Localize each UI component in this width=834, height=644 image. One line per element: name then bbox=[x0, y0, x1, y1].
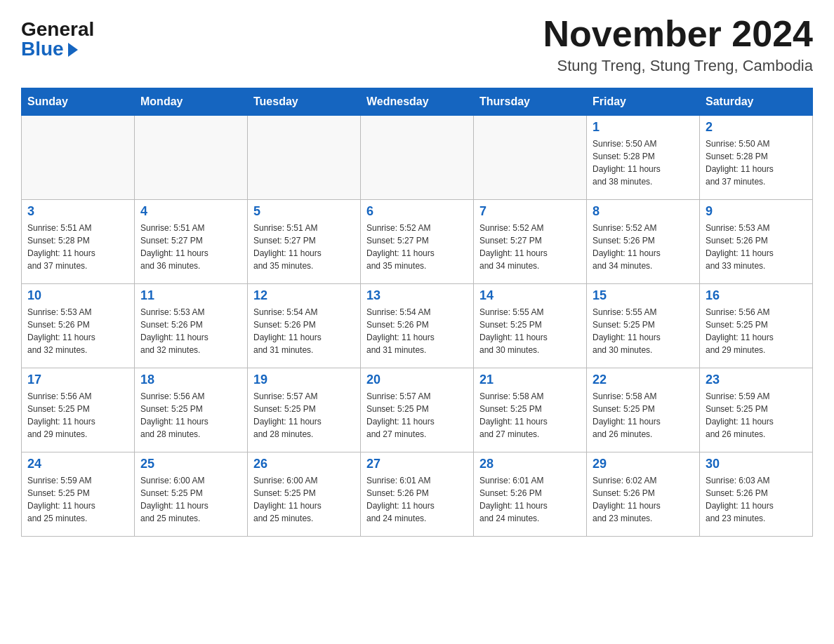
day-info: Sunrise: 5:56 AMSunset: 5:25 PMDaylight:… bbox=[27, 390, 128, 441]
calendar-cell: 19Sunrise: 5:57 AMSunset: 5:25 PMDayligh… bbox=[248, 368, 361, 452]
day-number: 25 bbox=[140, 457, 241, 471]
day-number: 19 bbox=[253, 373, 355, 387]
day-number: 29 bbox=[593, 457, 694, 471]
col-header-wednesday: Wednesday bbox=[361, 88, 474, 116]
day-number: 23 bbox=[706, 373, 807, 387]
day-info: Sunrise: 5:56 AMSunset: 5:25 PMDaylight:… bbox=[706, 306, 807, 356]
day-info: Sunrise: 5:51 AMSunset: 5:28 PMDaylight:… bbox=[27, 222, 128, 272]
day-info: Sunrise: 6:01 AMSunset: 5:26 PMDaylight:… bbox=[479, 474, 581, 525]
logo-general-text: General bbox=[21, 20, 94, 39]
day-number: 15 bbox=[593, 288, 694, 303]
calendar-cell bbox=[474, 116, 587, 200]
day-number: 24 bbox=[27, 457, 128, 471]
calendar-cell bbox=[361, 116, 474, 200]
day-number: 11 bbox=[140, 288, 241, 303]
day-number: 26 bbox=[253, 457, 355, 471]
day-number: 7 bbox=[479, 204, 581, 219]
calendar-cell: 9Sunrise: 5:53 AMSunset: 5:26 PMDaylight… bbox=[700, 200, 813, 284]
day-info: Sunrise: 5:55 AMSunset: 5:25 PMDaylight:… bbox=[479, 306, 581, 356]
calendar-cell: 8Sunrise: 5:52 AMSunset: 5:26 PMDaylight… bbox=[587, 200, 700, 284]
col-header-tuesday: Tuesday bbox=[248, 88, 361, 116]
day-number: 6 bbox=[366, 204, 468, 219]
day-number: 21 bbox=[479, 373, 581, 387]
calendar-cell: 25Sunrise: 6:00 AMSunset: 5:25 PMDayligh… bbox=[135, 452, 248, 537]
col-header-thursday: Thursday bbox=[474, 88, 587, 116]
calendar-cell: 24Sunrise: 5:59 AMSunset: 5:25 PMDayligh… bbox=[22, 452, 135, 537]
calendar-header-row: SundayMondayTuesdayWednesdayThursdayFrid… bbox=[22, 88, 813, 116]
day-info: Sunrise: 5:51 AMSunset: 5:27 PMDaylight:… bbox=[140, 222, 241, 272]
calendar-cell: 30Sunrise: 6:03 AMSunset: 5:26 PMDayligh… bbox=[700, 452, 813, 537]
day-info: Sunrise: 6:00 AMSunset: 5:25 PMDaylight:… bbox=[140, 474, 241, 525]
title-area: November 2024 Stung Treng, Stung Treng, … bbox=[543, 14, 813, 75]
calendar-cell: 18Sunrise: 5:56 AMSunset: 5:25 PMDayligh… bbox=[135, 368, 248, 452]
col-header-friday: Friday bbox=[587, 88, 700, 116]
calendar-cell: 6Sunrise: 5:52 AMSunset: 5:27 PMDaylight… bbox=[361, 200, 474, 284]
day-info: Sunrise: 6:03 AMSunset: 5:26 PMDaylight:… bbox=[706, 474, 807, 525]
day-number: 18 bbox=[140, 373, 241, 387]
day-number: 12 bbox=[253, 288, 355, 303]
day-info: Sunrise: 5:52 AMSunset: 5:26 PMDaylight:… bbox=[593, 222, 694, 272]
calendar-cell: 28Sunrise: 6:01 AMSunset: 5:26 PMDayligh… bbox=[474, 452, 587, 537]
day-number: 3 bbox=[27, 204, 128, 219]
calendar-cell: 1Sunrise: 5:50 AMSunset: 5:28 PMDaylight… bbox=[587, 116, 700, 200]
day-number: 17 bbox=[27, 373, 128, 387]
calendar-week-row: 10Sunrise: 5:53 AMSunset: 5:26 PMDayligh… bbox=[22, 284, 813, 368]
day-info: Sunrise: 5:58 AMSunset: 5:25 PMDaylight:… bbox=[479, 390, 581, 441]
calendar-week-row: 3Sunrise: 5:51 AMSunset: 5:28 PMDaylight… bbox=[22, 200, 813, 284]
calendar-cell bbox=[135, 116, 248, 200]
calendar-cell: 3Sunrise: 5:51 AMSunset: 5:28 PMDaylight… bbox=[22, 200, 135, 284]
calendar-cell: 5Sunrise: 5:51 AMSunset: 5:27 PMDaylight… bbox=[248, 200, 361, 284]
day-number: 28 bbox=[479, 457, 581, 471]
day-info: Sunrise: 5:50 AMSunset: 5:28 PMDaylight:… bbox=[706, 137, 807, 188]
calendar-cell: 29Sunrise: 6:02 AMSunset: 5:26 PMDayligh… bbox=[587, 452, 700, 537]
day-info: Sunrise: 6:01 AMSunset: 5:26 PMDaylight:… bbox=[366, 474, 468, 525]
calendar-cell bbox=[248, 116, 361, 200]
day-info: Sunrise: 5:53 AMSunset: 5:26 PMDaylight:… bbox=[140, 306, 241, 356]
calendar-cell: 13Sunrise: 5:54 AMSunset: 5:26 PMDayligh… bbox=[361, 284, 474, 368]
day-number: 5 bbox=[253, 204, 355, 219]
day-info: Sunrise: 6:00 AMSunset: 5:25 PMDaylight:… bbox=[253, 474, 355, 525]
day-info: Sunrise: 5:57 AMSunset: 5:25 PMDaylight:… bbox=[253, 390, 355, 441]
calendar-table: SundayMondayTuesdayWednesdayThursdayFrid… bbox=[21, 88, 813, 537]
day-info: Sunrise: 5:57 AMSunset: 5:25 PMDaylight:… bbox=[366, 390, 468, 441]
calendar-cell: 10Sunrise: 5:53 AMSunset: 5:26 PMDayligh… bbox=[22, 284, 135, 368]
col-header-saturday: Saturday bbox=[700, 88, 813, 116]
day-number: 14 bbox=[479, 288, 581, 303]
day-number: 10 bbox=[27, 288, 128, 303]
calendar-cell: 14Sunrise: 5:55 AMSunset: 5:25 PMDayligh… bbox=[474, 284, 587, 368]
day-info: Sunrise: 5:56 AMSunset: 5:25 PMDaylight:… bbox=[140, 390, 241, 441]
logo-blue-text: Blue bbox=[21, 39, 64, 59]
page-header: General Blue November 2024 Stung Treng, … bbox=[21, 14, 813, 75]
calendar-cell: 27Sunrise: 6:01 AMSunset: 5:26 PMDayligh… bbox=[361, 452, 474, 537]
day-info: Sunrise: 6:02 AMSunset: 5:26 PMDaylight:… bbox=[593, 474, 694, 525]
calendar-week-row: 17Sunrise: 5:56 AMSunset: 5:25 PMDayligh… bbox=[22, 368, 813, 452]
day-number: 13 bbox=[366, 288, 468, 303]
calendar-cell: 17Sunrise: 5:56 AMSunset: 5:25 PMDayligh… bbox=[22, 368, 135, 452]
calendar-cell: 12Sunrise: 5:54 AMSunset: 5:26 PMDayligh… bbox=[248, 284, 361, 368]
col-header-monday: Monday bbox=[135, 88, 248, 116]
month-title: November 2024 bbox=[543, 14, 813, 54]
day-info: Sunrise: 5:54 AMSunset: 5:26 PMDaylight:… bbox=[366, 306, 468, 356]
day-number: 20 bbox=[366, 373, 468, 387]
calendar-cell: 26Sunrise: 6:00 AMSunset: 5:25 PMDayligh… bbox=[248, 452, 361, 537]
calendar-cell: 21Sunrise: 5:58 AMSunset: 5:25 PMDayligh… bbox=[474, 368, 587, 452]
calendar-week-row: 1Sunrise: 5:50 AMSunset: 5:28 PMDaylight… bbox=[22, 116, 813, 200]
calendar-cell bbox=[22, 116, 135, 200]
day-info: Sunrise: 5:51 AMSunset: 5:27 PMDaylight:… bbox=[253, 222, 355, 272]
day-info: Sunrise: 5:58 AMSunset: 5:25 PMDaylight:… bbox=[593, 390, 694, 441]
day-number: 27 bbox=[366, 457, 468, 471]
day-info: Sunrise: 5:52 AMSunset: 5:27 PMDaylight:… bbox=[366, 222, 468, 272]
logo: General Blue bbox=[21, 14, 94, 59]
day-number: 2 bbox=[706, 120, 807, 135]
day-info: Sunrise: 5:59 AMSunset: 5:25 PMDaylight:… bbox=[706, 390, 807, 441]
day-number: 4 bbox=[140, 204, 241, 219]
day-info: Sunrise: 5:54 AMSunset: 5:26 PMDaylight:… bbox=[253, 306, 355, 356]
logo-triangle-icon bbox=[68, 43, 78, 57]
day-number: 16 bbox=[706, 288, 807, 303]
day-info: Sunrise: 5:55 AMSunset: 5:25 PMDaylight:… bbox=[593, 306, 694, 356]
calendar-week-row: 24Sunrise: 5:59 AMSunset: 5:25 PMDayligh… bbox=[22, 452, 813, 537]
calendar-cell: 16Sunrise: 5:56 AMSunset: 5:25 PMDayligh… bbox=[700, 284, 813, 368]
calendar-cell: 22Sunrise: 5:58 AMSunset: 5:25 PMDayligh… bbox=[587, 368, 700, 452]
calendar-cell: 2Sunrise: 5:50 AMSunset: 5:28 PMDaylight… bbox=[700, 116, 813, 200]
day-number: 30 bbox=[706, 457, 807, 471]
